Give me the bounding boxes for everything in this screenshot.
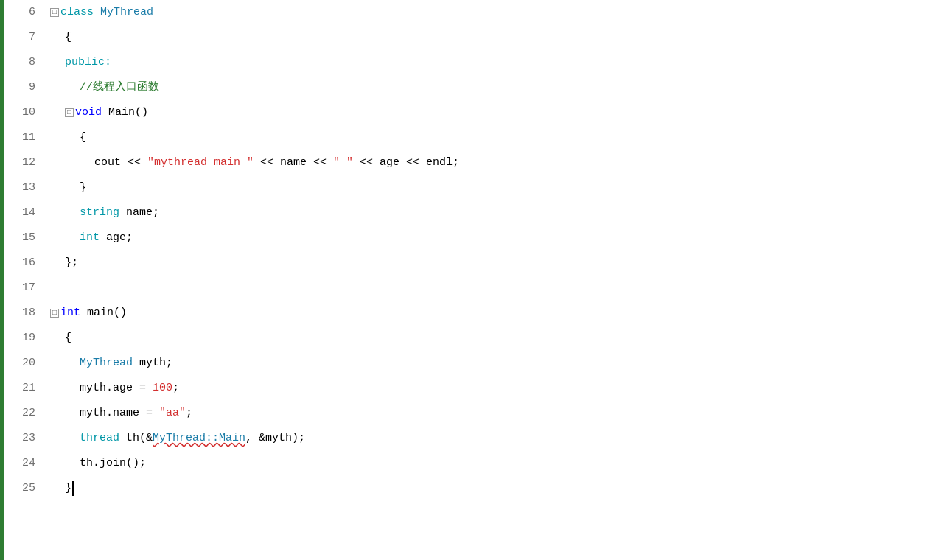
keyword-int-age: int — [80, 225, 106, 251]
line-num-19: 19 — [4, 326, 35, 351]
code-line-24: th.join(); — [50, 451, 925, 476]
code-lines[interactable]: □class MyThread { public: //线程入口函数 □void… — [44, 0, 925, 560]
line-num-17: 17 — [4, 276, 35, 301]
th-join: th.join(); — [80, 451, 146, 476]
comment-thread-entry: //线程入口函数 — [80, 75, 159, 100]
class-ref-squiggly: MyThread::Main — [153, 426, 245, 451]
line-num-12: 12 — [4, 150, 35, 175]
var-age: age; — [106, 225, 133, 251]
code-line-7: { — [50, 25, 925, 50]
line-num-21: 21 — [4, 376, 35, 401]
line-num-6: 6 — [4, 0, 35, 25]
code-line-25: } — [50, 476, 925, 501]
cout-keyword: cout << — [94, 150, 147, 175]
line-num-14: 14 — [4, 200, 35, 225]
line-num-18: 18 — [4, 301, 35, 326]
func-main: Main() — [108, 100, 148, 125]
code-line-18: □int main() — [50, 301, 925, 326]
class-ref-mythread: MyThread — [80, 351, 139, 376]
line-num-23: 23 — [4, 426, 35, 451]
code-line-23: thread th(&MyThread::Main, &myth); — [50, 426, 925, 451]
code-line-8: public: — [50, 50, 925, 75]
line-num-8: 8 — [4, 50, 35, 75]
number-100: 100 — [153, 376, 172, 401]
code-line-9: //线程入口函数 — [50, 75, 925, 100]
line-num-9: 9 — [4, 75, 35, 100]
cout-ops-2: << age << endl; — [353, 150, 459, 175]
var-name: name; — [126, 200, 159, 225]
code-line-19: { — [50, 326, 925, 351]
line-num-10: 10 — [4, 100, 35, 125]
code-line-15: int age; — [50, 225, 925, 251]
keyword-public: public: — [65, 50, 111, 75]
keyword-void: void — [75, 100, 108, 125]
keyword-string: string — [80, 200, 126, 225]
string-space: " " — [333, 150, 353, 175]
code-line-16: }; — [50, 251, 925, 276]
code-line-21: myth.age = 100; — [50, 376, 925, 401]
open-brace-2: { — [80, 125, 86, 150]
keyword-class: class — [60, 0, 100, 25]
func-main-decl: main() — [87, 301, 127, 326]
code-line-22: myth.name = "aa"; — [50, 401, 925, 426]
line-num-16: 16 — [4, 251, 35, 276]
code-editor: 6 7 8 9 10 11 12 13 14 15 16 17 18 19 20… — [0, 0, 925, 560]
open-brace-1: { — [65, 25, 71, 50]
close-main-brace: } — [65, 476, 71, 501]
cursor — [72, 481, 74, 496]
line-num-20: 20 — [4, 351, 35, 376]
code-line-17 — [50, 276, 925, 301]
line-num-25: 25 — [4, 476, 35, 501]
thread-th-decl: th(& — [126, 426, 153, 451]
code-line-11: { — [50, 125, 925, 150]
collapse-icon-10[interactable]: □ — [65, 108, 74, 117]
line-num-15: 15 — [4, 225, 35, 251]
string-aa: "aa" — [159, 401, 186, 426]
line-num-7: 7 — [4, 25, 35, 50]
code-line-20: MyThread myth; — [50, 351, 925, 376]
code-line-13: } — [50, 175, 925, 200]
code-line-6: □class MyThread — [50, 0, 925, 25]
open-brace-main: { — [65, 326, 71, 351]
class-name-mythread: MyThread — [100, 0, 153, 25]
myth-age-assign: myth.age = — [80, 376, 153, 401]
line-num-11: 11 — [4, 125, 35, 150]
myth-name-assign: myth.name = — [80, 401, 159, 426]
line-num-24: 24 — [4, 451, 35, 476]
semicolon-22: ; — [186, 401, 192, 426]
close-brace-2: } — [80, 175, 86, 200]
line-num-13: 13 — [4, 175, 35, 200]
cout-ops-1: << name << — [254, 150, 333, 175]
string-mythread-main: "mythread main " — [147, 150, 254, 175]
line-num-22: 22 — [4, 401, 35, 426]
keyword-int-main: int — [60, 301, 87, 326]
code-line-10: □void Main() — [50, 100, 925, 125]
code-content: 6 7 8 9 10 11 12 13 14 15 16 17 18 19 20… — [0, 0, 925, 560]
code-line-12: cout << "mythread main " << name << " " … — [50, 150, 925, 175]
code-line-14: string name; — [50, 200, 925, 225]
thread-th-args: , &myth); — [245, 426, 305, 451]
semicolon-21: ; — [172, 376, 179, 401]
keyword-thread: thread — [80, 426, 126, 451]
var-myth: myth; — [139, 351, 172, 376]
line-numbers: 6 7 8 9 10 11 12 13 14 15 16 17 18 19 20… — [4, 0, 44, 560]
collapse-icon-18[interactable]: □ — [50, 309, 59, 318]
collapse-icon-6[interactable]: □ — [50, 8, 59, 17]
